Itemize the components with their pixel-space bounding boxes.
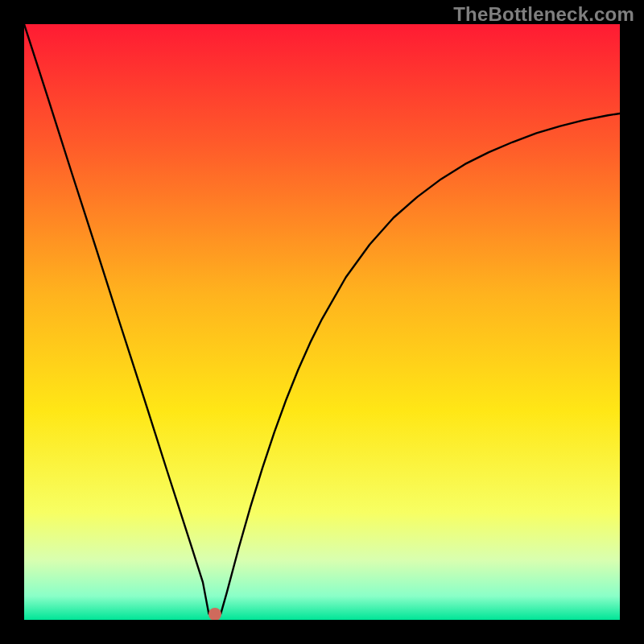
- bottleneck-curve: [24, 24, 620, 620]
- plot-area: [24, 24, 620, 620]
- chart-frame: TheBottleneck.com: [0, 0, 644, 644]
- watermark-text: TheBottleneck.com: [453, 3, 634, 26]
- minimum-point-marker: [208, 608, 221, 620]
